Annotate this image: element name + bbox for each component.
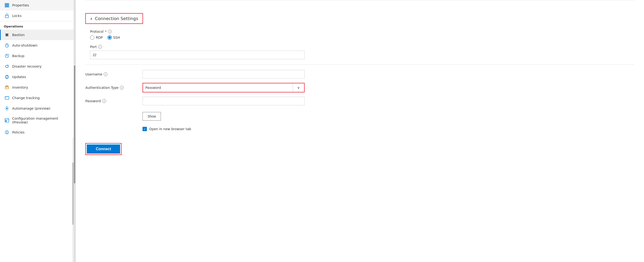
svg-rect-25 [5, 96, 6, 99]
sidebar-item-label: Updates [12, 75, 26, 79]
svg-point-29 [7, 106, 8, 107]
sidebar-item-properties[interactable]: Properties [0, 0, 74, 11]
svg-rect-33 [6, 120, 7, 121]
required-indicator: * [105, 30, 106, 33]
auth-type-chevron-icon[interactable]: ∨ [293, 83, 304, 92]
username-input[interactable] [142, 70, 304, 79]
username-label: Username i [85, 72, 142, 76]
connect-button[interactable]: Connect [87, 145, 120, 154]
auth-type-input-wrapper: Password ∨ [142, 83, 304, 92]
grid-icon [4, 3, 9, 8]
username-info-icon[interactable]: i [104, 72, 108, 76]
backup-icon [4, 54, 9, 58]
top-divider [85, 0, 634, 0]
password-input-wrapper [142, 97, 304, 105]
connect-button-wrapper: Connect [85, 143, 122, 155]
sidebar-item-label: Properties [12, 3, 29, 7]
svg-rect-6 [5, 6, 6, 7]
ssh-radio[interactable] [108, 35, 112, 40]
rdp-option[interactable]: RDP [90, 35, 103, 40]
password-input[interactable] [142, 97, 304, 105]
auth-type-display: Password [143, 83, 293, 92]
protocol-label: Protocol * i [90, 30, 634, 33]
auth-type-info-icon[interactable]: i [120, 86, 124, 90]
svg-rect-5 [8, 5, 9, 6]
ssh-label: SSH [113, 36, 120, 39]
change-tracking-icon [4, 95, 9, 100]
sidebar-item-label: Locks [12, 14, 22, 18]
sidebar-item-label: Backup [12, 54, 24, 58]
port-group: Port i [85, 45, 634, 59]
svg-point-35 [7, 131, 8, 132]
clock-icon [4, 43, 9, 48]
sidebar-item-label: Policies [12, 130, 24, 134]
connection-settings-header: ∧ Connection Settings [85, 13, 143, 24]
show-button-row: Show [85, 110, 634, 121]
config-management-icon [4, 118, 9, 123]
sidebar-item-label: Automanage (preview) [12, 106, 50, 110]
svg-rect-2 [8, 3, 9, 4]
svg-point-27 [6, 108, 8, 109]
sidebar-item-backup[interactable]: Backup [0, 51, 74, 61]
svg-point-30 [7, 110, 8, 110]
show-button[interactable]: Show [142, 112, 161, 121]
svg-rect-7 [6, 6, 8, 7]
sidebar-item-label: Bastion [12, 33, 24, 37]
sidebar-item-label: Configuration management (Preview) [12, 116, 70, 124]
svg-rect-9 [5, 16, 8, 18]
bastion-icon [4, 33, 9, 37]
rdp-radio[interactable] [90, 35, 94, 40]
sidebar-item-policies[interactable]: Policies [0, 127, 74, 138]
sidebar-item-label: Inventory [12, 85, 28, 89]
open-new-tab-checkbox-row: ✓ Open in new browser tab [142, 127, 191, 131]
disaster-recovery-icon [4, 64, 9, 69]
check-icon: ✓ [144, 127, 146, 131]
protocol-info-icon[interactable]: i [108, 30, 112, 33]
password-info-icon[interactable]: i [102, 99, 106, 103]
updates-icon [4, 74, 9, 79]
password-row: Password i [85, 97, 634, 105]
sidebar: Properties Locks Operations Bastion [0, 0, 74, 262]
sidebar-item-automanage[interactable]: Automanage (preview) [0, 103, 74, 114]
sidebar-item-config-management[interactable]: Configuration management (Preview) [0, 114, 74, 127]
port-input[interactable] [90, 51, 304, 59]
policies-icon [4, 130, 9, 135]
username-row: Username i [85, 70, 634, 79]
inventory-icon [4, 85, 9, 90]
sidebar-item-bastion[interactable]: Bastion [0, 30, 74, 40]
lock-icon [4, 13, 9, 18]
ssh-option[interactable]: SSH [108, 35, 120, 40]
operations-header: Operations [0, 21, 74, 30]
protocol-group: Protocol * i RDP SSH [85, 30, 634, 40]
section-title: Connection Settings [95, 16, 138, 21]
username-input-wrapper [142, 70, 304, 79]
main-content: ∧ Connection Settings Protocol * i RDP S… [76, 0, 644, 262]
port-label: Port i [90, 45, 634, 49]
sidebar-item-label: Change tracking [12, 96, 40, 100]
auth-type-select[interactable]: Password ∨ [142, 83, 304, 92]
sidebar-item-label: Disaster recovery [12, 64, 42, 68]
sidebar-item-inventory[interactable]: Inventory [0, 82, 74, 93]
rdp-label: RDP [96, 36, 103, 39]
sidebar-item-change-tracking[interactable]: Change tracking [0, 93, 74, 103]
sidebar-item-updates[interactable]: Updates [0, 72, 74, 82]
open-new-tab-label: Open in new browser tab [149, 127, 191, 131]
protocol-radio-group: RDP SSH [90, 35, 634, 40]
automanage-icon [4, 106, 9, 111]
auth-type-row: Authentication Type i Password ∨ [85, 83, 634, 92]
open-new-tab-row: ✓ Open in new browser tab [85, 123, 634, 131]
collapse-icon[interactable]: ∧ [90, 17, 92, 21]
svg-rect-8 [8, 6, 9, 7]
sidebar-item-label: Auto-shutdown [12, 44, 38, 47]
password-label: Password i [85, 99, 142, 103]
svg-rect-0 [5, 3, 6, 4]
sidebar-item-auto-shutdown[interactable]: Auto-shutdown [0, 40, 74, 51]
open-new-tab-checkbox[interactable]: ✓ [142, 127, 147, 131]
svg-rect-1 [6, 3, 8, 4]
auth-type-label: Authentication Type i [85, 86, 142, 90]
port-info-icon[interactable]: i [98, 45, 102, 49]
section-divider [85, 64, 634, 65]
sidebar-item-disaster-recovery[interactable]: Disaster recovery [0, 61, 74, 72]
sidebar-item-locks[interactable]: Locks [0, 11, 74, 21]
svg-rect-4 [6, 5, 8, 6]
